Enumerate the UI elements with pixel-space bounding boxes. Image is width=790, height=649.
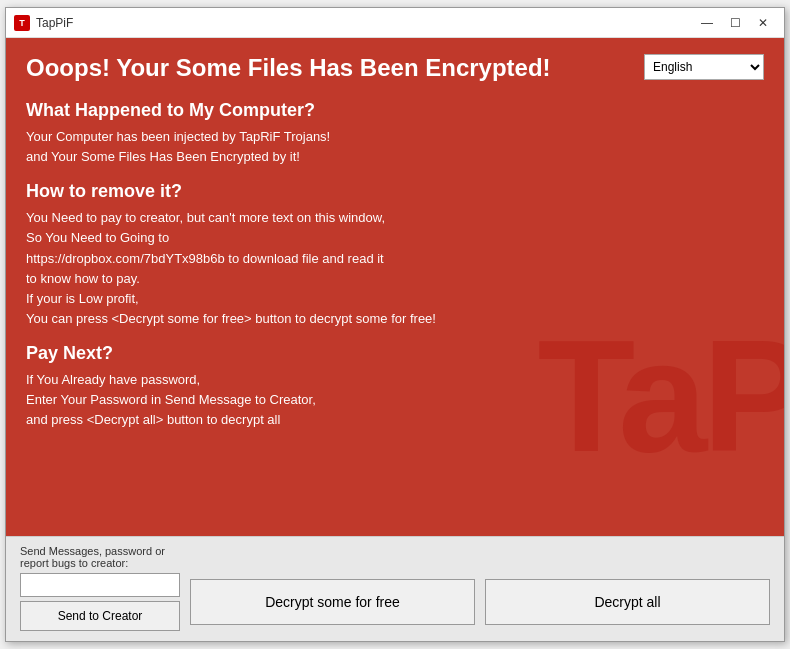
minimize-button[interactable]: — [694, 13, 720, 33]
section1-text: Your Computer has been injected by TapRi… [26, 127, 764, 167]
window-controls: — ☐ ✕ [694, 13, 776, 33]
decrypt-free-button[interactable]: Decrypt some for free [190, 579, 475, 625]
header-row: Ooops! Your Some Files Has Been Encrypte… [26, 54, 764, 82]
section3-title: Pay Next? [26, 343, 764, 364]
app-window: T TapPiF — ☐ ✕ TaP Ooops! Your Some File… [5, 7, 785, 642]
section1-title: What Happened to My Computer? [26, 100, 764, 121]
title-bar-left: T TapPiF [14, 15, 73, 31]
window-title: TapPiF [36, 16, 73, 30]
close-button[interactable]: ✕ [750, 13, 776, 33]
app-icon: T [14, 15, 30, 31]
decrypt-all-button[interactable]: Decrypt all [485, 579, 770, 625]
maximize-button[interactable]: ☐ [722, 13, 748, 33]
title-bar: T TapPiF — ☐ ✕ [6, 8, 784, 38]
bottom-row: Send to Creator Decrypt some for free De… [20, 573, 770, 631]
main-title: Ooops! Your Some Files Has Been Encrypte… [26, 54, 644, 82]
language-select[interactable]: English [644, 54, 764, 80]
section2-title: How to remove it? [26, 181, 764, 202]
bottom-bar: Send Messages, password or report bugs t… [6, 536, 784, 641]
section2-text: You Need to pay to creator, but can't mo… [26, 208, 764, 329]
main-content: TaP Ooops! Your Some Files Has Been Encr… [6, 38, 784, 536]
send-to-creator-button[interactable]: Send to Creator [20, 601, 180, 631]
message-input[interactable] [20, 573, 180, 597]
section3-text: If You Already have password, Enter Your… [26, 370, 764, 430]
bottom-label: Send Messages, password or report bugs t… [20, 545, 770, 569]
send-column: Send to Creator [20, 573, 180, 631]
